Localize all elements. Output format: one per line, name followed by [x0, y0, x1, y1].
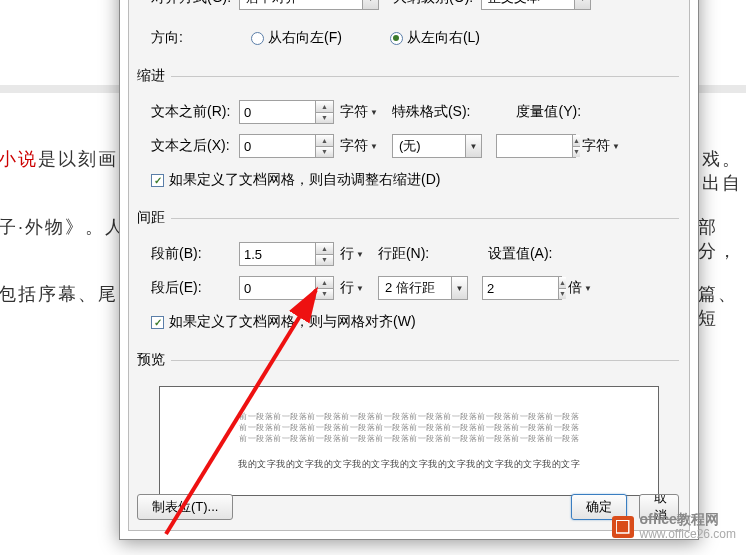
checkbox-icon: ✓	[151, 174, 164, 187]
measure-label: 度量值(Y):	[516, 103, 581, 121]
spin-up-icon[interactable]: ▲	[316, 277, 333, 289]
special-format-combo[interactable]: (无)▼	[392, 134, 482, 158]
spin-up-icon[interactable]: ▲	[559, 277, 566, 289]
chevron-down-icon[interactable]: ▼	[451, 277, 467, 299]
outline-label: 大纲级别(O):	[393, 0, 473, 7]
chevron-down-icon[interactable]: ▼	[362, 0, 378, 9]
preview-box: 前一段落前一段落前一段落前一段落前一段落前一段落前一段落前一段落前一段落前一段落…	[159, 386, 659, 496]
grid-align-checkbox[interactable]: ✓ 如果定义了文档网格，则与网格对齐(W)	[151, 313, 416, 331]
paragraph-dialog: 对齐方式(G): 居中对齐▼ 大纲级别(O): 正文文本▼ 方向: 从右向左(F…	[119, 0, 699, 540]
space-before-input[interactable]: ▲▼	[239, 242, 334, 266]
space-before-unit[interactable]: 行▼	[340, 242, 364, 266]
special-format-label: 特殊格式(S):	[392, 103, 471, 121]
bg-text: 包括序幕、尾	[0, 282, 118, 306]
space-after-input[interactable]: ▲▼	[239, 276, 334, 300]
spacing-section-label: 间距	[137, 209, 165, 227]
office-icon	[612, 516, 634, 538]
spin-up-icon[interactable]: ▲	[316, 101, 333, 113]
measure-unit[interactable]: 字符▼	[582, 134, 620, 158]
indent-before-input[interactable]: ▲▼	[239, 100, 334, 124]
bg-text: 是以刻画	[38, 149, 118, 169]
indent-after-unit[interactable]: 字符▼	[340, 134, 378, 158]
spin-down-icon[interactable]: ▼	[316, 113, 333, 124]
preview-ghost-line: 前一段落前一段落前一段落前一段落前一段落前一段落前一段落前一段落前一段落前一段落	[239, 411, 579, 422]
bg-text: 篇、短	[698, 282, 746, 330]
bg-text: 子·外物》。人	[0, 215, 125, 239]
indent-after-input[interactable]: ▲▼	[239, 134, 334, 158]
preview-ghost-line: 前一段落前一段落前一段落前一段落前一段落前一段落前一段落前一段落前一段落前一段落	[239, 422, 579, 433]
spin-down-icon[interactable]: ▼	[316, 255, 333, 266]
radio-icon	[390, 32, 403, 45]
spin-down-icon[interactable]: ▼	[316, 289, 333, 300]
chevron-down-icon[interactable]: ▼	[574, 0, 590, 9]
alignment-label: 对齐方式(G):	[151, 0, 231, 7]
spin-up-icon[interactable]: ▲	[316, 243, 333, 255]
bg-stripe	[698, 85, 746, 93]
direction-rtl-radio[interactable]: 从右向左(F)	[251, 29, 342, 47]
spin-down-icon[interactable]: ▼	[559, 289, 566, 300]
indent-before-unit[interactable]: 字符▼	[340, 100, 378, 124]
checkbox-icon: ✓	[151, 316, 164, 329]
preview-ghost-line: 前一段落前一段落前一段落前一段落前一段落前一段落前一段落前一段落前一段落前一段落	[239, 433, 579, 444]
set-value-input[interactable]: ▲▼	[482, 276, 562, 300]
preview-sample-line: 我的文字我的文字我的文字我的文字我的文字我的文字我的文字我的文字我的文字	[238, 458, 580, 471]
watermark-url: www.office26.com	[640, 528, 737, 541]
tabs-button[interactable]: 制表位(T)...	[137, 494, 233, 520]
spin-up-icon[interactable]: ▲	[573, 135, 580, 147]
indent-section-label: 缩进	[137, 67, 165, 85]
measure-input[interactable]: ▲▼	[496, 134, 576, 158]
line-spacing-combo[interactable]: 2 倍行距▼	[378, 276, 468, 300]
bg-text: 部分，	[698, 215, 746, 263]
outline-combo[interactable]: 正文文本▼	[481, 0, 591, 10]
set-value-label: 设置值(A):	[488, 245, 553, 263]
indent-after-label: 文本之后(X):	[151, 137, 239, 155]
direction-ltr-radio[interactable]: 从左向右(L)	[390, 29, 480, 47]
bg-text: 戏。出自	[702, 147, 746, 195]
spin-down-icon[interactable]: ▼	[573, 147, 580, 158]
auto-indent-checkbox[interactable]: ✓ 如果定义了文档网格，则自动调整右缩进(D)	[151, 171, 440, 189]
direction-label: 方向:	[151, 29, 231, 47]
spin-down-icon[interactable]: ▼	[316, 147, 333, 158]
watermark-title: office教程网	[640, 512, 737, 527]
space-before-label: 段前(B):	[151, 245, 239, 263]
indent-before-label: 文本之前(R):	[151, 103, 239, 121]
radio-icon	[251, 32, 264, 45]
alignment-combo[interactable]: 居中对齐▼	[239, 0, 379, 10]
bg-word: 小说	[0, 149, 38, 169]
line-spacing-label: 行距(N):	[378, 245, 448, 263]
set-value-unit[interactable]: 倍▼	[568, 276, 592, 300]
watermark: office教程网 www.office26.com	[612, 512, 737, 541]
space-after-label: 段后(E):	[151, 279, 239, 297]
preview-section-label: 预览	[137, 351, 165, 369]
space-after-unit[interactable]: 行▼	[340, 276, 364, 300]
spin-up-icon[interactable]: ▲	[316, 135, 333, 147]
bg-stripe	[0, 85, 120, 93]
chevron-down-icon[interactable]: ▼	[465, 135, 481, 157]
